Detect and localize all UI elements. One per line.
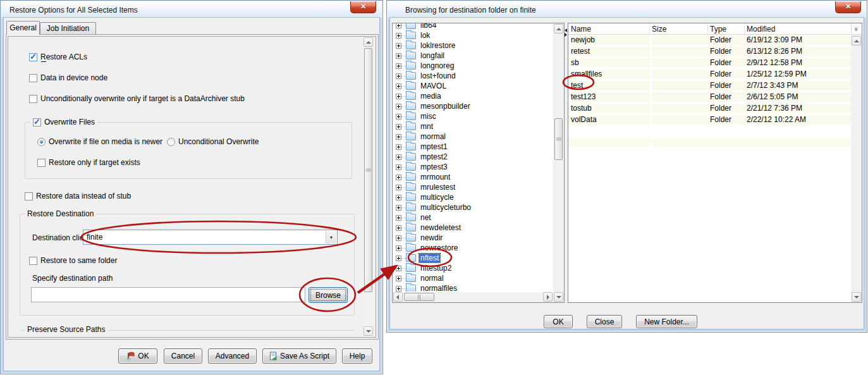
- tree-item[interactable]: longfail: [393, 51, 553, 61]
- scroll-down-icon[interactable]: [554, 292, 563, 302]
- tree-item-label[interactable]: multicycle: [419, 193, 455, 202]
- expander-plus-icon[interactable]: [396, 164, 401, 170]
- tree-item-label[interactable]: net: [419, 213, 432, 222]
- tree-item[interactable]: mrmount: [393, 172, 553, 182]
- tree-item[interactable]: net: [393, 212, 553, 223]
- list-row[interactable]: test Folder 2/7/12 3:43 PM: [568, 81, 851, 90]
- tree-item[interactable]: mnt: [393, 121, 553, 132]
- expander-plus-icon[interactable]: [396, 124, 401, 130]
- target-exists-checkbox[interactable]: [37, 159, 46, 167]
- list-row[interactable]: test123 Folder 2/6/12 5:05 PM: [568, 92, 851, 102]
- advanced-button[interactable]: Advanced: [208, 348, 257, 364]
- list-row[interactable]: sb Folder 2/9/12 12:58 PM: [568, 58, 851, 68]
- browse-button[interactable]: Browse: [309, 287, 348, 303]
- close-icon[interactable]: ✕: [835, 1, 861, 13]
- expander-plus-icon[interactable]: [396, 23, 401, 28]
- tree-item-label[interactable]: newdir: [419, 233, 444, 242]
- cancel-button[interactable]: Cancel: [164, 348, 202, 364]
- tree-item[interactable]: multicycleturbo: [393, 202, 553, 212]
- list-vscrollbar[interactable]: [851, 35, 862, 302]
- tree-item-label[interactable]: longnoreg: [419, 61, 455, 70]
- list-row[interactable]: volData Folder 2/22/12 10:22 AM: [568, 115, 851, 125]
- tree-item[interactable]: normalfiles: [393, 283, 553, 292]
- tree-item-label[interactable]: lok: [419, 31, 431, 40]
- tree-item[interactable]: lost+found: [393, 71, 553, 81]
- ok-button[interactable]: OK: [118, 348, 157, 364]
- expander-plus-icon[interactable]: [396, 266, 401, 271]
- expander-plus-icon[interactable]: [396, 154, 401, 160]
- scroll-up-icon[interactable]: [852, 36, 861, 46]
- expander-plus-icon[interactable]: [396, 245, 401, 251]
- tree-item-label[interactable]: mrulestest: [419, 183, 456, 192]
- tree-viewport[interactable]: lib64 lok: [393, 23, 553, 292]
- cell-name[interactable]: tostub: [571, 104, 592, 113]
- restore-stub-checkbox[interactable]: [25, 192, 33, 200]
- tree-item[interactable]: multicycle: [393, 192, 553, 202]
- expander-plus-icon[interactable]: [396, 205, 401, 211]
- same-folder-option[interactable]: Restore to same folder: [29, 256, 117, 265]
- tree-vscrollbar[interactable]: [553, 23, 564, 302]
- expander-plus-icon[interactable]: [396, 185, 401, 190]
- tree-hscrollbar[interactable]: [393, 292, 553, 302]
- tree-item[interactable]: mesonpbuilder: [393, 101, 553, 111]
- tree-item-label[interactable]: nftestup2: [419, 264, 453, 273]
- tree-item-label[interactable]: MAVOL: [419, 82, 448, 90]
- scroll-down-icon[interactable]: [852, 292, 861, 302]
- expander-plus-icon[interactable]: [396, 33, 401, 39]
- expander-plus-icon[interactable]: [396, 195, 401, 200]
- overwrite-newer-radio[interactable]: [37, 138, 46, 146]
- cell-name[interactable]: smallfiles: [571, 70, 602, 79]
- restore-options-titlebar[interactable]: Restore Options for All Selected Items: [1, 1, 382, 18]
- expander-plus-icon[interactable]: [396, 286, 401, 292]
- expander-plus-icon[interactable]: [396, 94, 401, 99]
- expander-plus-icon[interactable]: [396, 114, 401, 120]
- save-as-script-button[interactable]: Save As Script: [262, 348, 336, 364]
- tree-item[interactable]: mptest1: [393, 142, 553, 152]
- list-header[interactable]: Name Size Type Modified: [568, 23, 862, 35]
- column-chooser-button[interactable]: »: [851, 23, 862, 35]
- tree-item[interactable]: normal: [393, 273, 553, 283]
- unconditional-overwrite-option[interactable]: Unconditional Overwrite: [167, 137, 259, 146]
- scroll-left-icon[interactable]: [393, 292, 403, 302]
- tree-item[interactable]: longnoreg: [393, 61, 553, 71]
- expander-plus-icon[interactable]: [396, 175, 401, 180]
- same-folder-checkbox[interactable]: [29, 257, 37, 265]
- options-scrollbar[interactable]: [364, 37, 374, 336]
- tree-item[interactable]: mrulestest: [393, 182, 553, 192]
- list-row[interactable]: smallfiles Folder 1/25/12 12:59 PM: [568, 70, 851, 79]
- cell-name[interactable]: newjob: [571, 35, 595, 45]
- tree-item-label[interactable]: nftest: [419, 254, 440, 262]
- expander-plus-icon[interactable]: [396, 104, 401, 109]
- tree-item-label[interactable]: normal: [419, 274, 445, 283]
- tree-item[interactable]: lib64: [393, 23, 553, 30]
- scrollbar-thumb[interactable]: [364, 48, 372, 292]
- cell-name[interactable]: volData: [571, 115, 597, 125]
- close-icon[interactable]: ✕: [350, 1, 376, 13]
- destination-client-combobox[interactable]: finite ▼: [83, 230, 338, 245]
- tree-item-label[interactable]: mrmount: [419, 173, 451, 181]
- expander-plus-icon[interactable]: [396, 134, 401, 140]
- tree-item[interactable]: newrestore: [393, 243, 553, 253]
- tree-item-label[interactable]: mptest2: [419, 152, 449, 161]
- tab-general[interactable]: General: [6, 21, 40, 35]
- tree-item[interactable]: loklrestore: [393, 40, 553, 51]
- tree-hscrollbar-thumb[interactable]: [404, 293, 434, 301]
- column-header-modified[interactable]: Modified: [747, 23, 775, 35]
- tree-item[interactable]: MAVOL: [393, 81, 553, 91]
- tree-item-label[interactable]: mptest3: [419, 163, 449, 171]
- tree-item[interactable]: mptest3: [393, 162, 553, 172]
- restore-acls-checkbox[interactable]: [29, 53, 37, 61]
- column-header-name[interactable]: Name: [571, 23, 591, 35]
- tree-item[interactable]: newdeletest: [393, 223, 553, 233]
- tree-item-label[interactable]: lost+found: [419, 71, 457, 80]
- list-row[interactable]: tostub Folder 2/21/12 7:36 PM: [568, 104, 851, 113]
- tree-item-label[interactable]: mptest1: [419, 142, 449, 151]
- list-row[interactable]: newjob Folder 6/19/12 3:09 PM: [568, 35, 851, 45]
- expander-plus-icon[interactable]: [396, 255, 401, 261]
- expander-plus-icon[interactable]: [396, 235, 401, 241]
- tree-item-label[interactable]: multicycleturbo: [419, 203, 472, 212]
- cell-name[interactable]: test123: [571, 92, 596, 102]
- expander-plus-icon[interactable]: [396, 63, 401, 69]
- expander-plus-icon[interactable]: [396, 276, 401, 281]
- tree-item[interactable]: nftestup2: [393, 263, 553, 273]
